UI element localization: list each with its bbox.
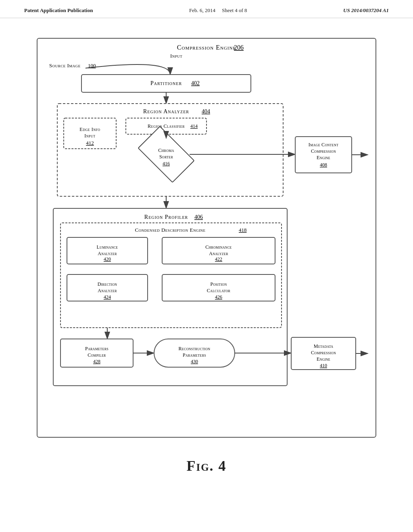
edge-info-num: 412 <box>86 140 94 146</box>
direction-label2: Analyzer <box>98 288 117 293</box>
patent-diagram: Compression Engine 206 Input Source Imag… <box>33 34 380 445</box>
ice-label3: Engine <box>317 155 330 160</box>
chrominance-num: 422 <box>215 256 222 262</box>
chrominance-label2: Analyzer <box>209 251 228 256</box>
recon-params-label: Reconstruction <box>179 346 211 351</box>
header-patent-num: US 2014/0037204 A1 <box>343 7 389 14</box>
header-publication: Patent Application Publication <box>24 7 93 14</box>
header-sheet: Sheet 4 of 8 <box>222 7 247 13</box>
ice-label2: Compression <box>311 148 336 154</box>
mce-label2: Compression <box>311 350 336 355</box>
header-date: Feb. 6, 2014 <box>189 7 215 13</box>
header-center: Feb. 6, 2014 Sheet 4 of 8 <box>189 7 247 14</box>
position-label2: Calculator <box>207 288 231 293</box>
luminance-label: Luminance <box>96 244 118 250</box>
ice-label1: Image Content <box>309 142 338 148</box>
ice-num: 408 <box>320 162 327 168</box>
region-profiler-label: Region Profiler <box>144 214 188 220</box>
chroma-sorter-num: 416 <box>163 161 170 166</box>
cde-label: Condensed Description Engine <box>135 227 206 233</box>
region-classifier-num: 414 <box>190 123 198 129</box>
params-compiler-num: 428 <box>93 359 100 364</box>
partitioner-label: Partitioner <box>150 80 182 86</box>
params-compiler-label: Parameters <box>85 346 108 351</box>
position-num: 426 <box>215 294 222 300</box>
recon-params-num: 430 <box>191 359 198 364</box>
direction-num: 424 <box>104 294 111 300</box>
mce-label1: Metadata <box>314 343 334 349</box>
direction-label: Direction <box>98 281 117 287</box>
params-compiler-label2: Compiler <box>88 352 106 358</box>
source-image-label: Source Image <box>49 62 81 69</box>
chroma-sorter-label2: Sorter <box>159 154 173 160</box>
cde-num: 418 <box>239 227 247 233</box>
mce-num: 410 <box>320 363 327 368</box>
chrominance-label: Chrominance <box>205 244 232 250</box>
region-profiler-num: 406 <box>194 214 203 220</box>
region-classifier-label: Region Classifier <box>148 123 185 129</box>
input-label: Input <box>170 53 182 59</box>
page-header: Patent Application Publication Feb. 6, 2… <box>0 0 413 18</box>
compression-engine-title: Compression Engine <box>177 44 236 51</box>
chroma-sorter-label: Chroma <box>158 148 174 153</box>
edge-info-label2: Input <box>84 133 95 139</box>
region-analyzer-num: 404 <box>202 108 210 114</box>
fig-caption-text: Fig. 4 <box>186 458 226 474</box>
luminance-label2: Analyzer <box>98 251 117 256</box>
recon-params-label2: Parameters <box>183 352 206 358</box>
diagram-area: Compression Engine 206 Input Source Imag… <box>0 18 413 482</box>
luminance-num: 420 <box>104 256 111 262</box>
compression-engine-num: 206 <box>234 44 244 51</box>
mce-label3: Engine <box>317 356 330 362</box>
partitioner-num: 402 <box>191 80 200 86</box>
position-label: Position <box>210 281 227 287</box>
fig-caption: Fig. 4 <box>24 457 389 474</box>
region-analyzer-label: Region Analyzer <box>143 108 189 114</box>
edge-info-label: Edge Info <box>79 127 100 132</box>
